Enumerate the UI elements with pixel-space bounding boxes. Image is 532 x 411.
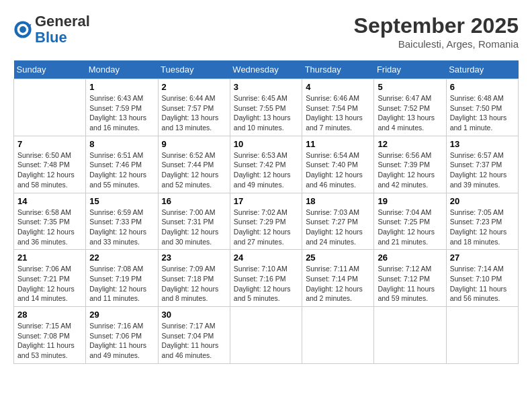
day-cell: 13Sunrise: 6:57 AM Sunset: 7:37 PM Dayli… <box>446 136 518 193</box>
day-cell: 27Sunrise: 7:14 AM Sunset: 7:10 PM Dayli… <box>446 250 518 307</box>
day-cell: 30Sunrise: 7:17 AM Sunset: 7:04 PM Dayli… <box>158 307 230 364</box>
day-info: Sunrise: 6:50 AM Sunset: 7:48 PM Dayligh… <box>17 150 82 190</box>
day-info: Sunrise: 7:06 AM Sunset: 7:21 PM Dayligh… <box>17 264 82 304</box>
day-cell: 22Sunrise: 7:08 AM Sunset: 7:19 PM Dayli… <box>86 250 158 307</box>
day-info: Sunrise: 7:00 AM Sunset: 7:31 PM Dayligh… <box>162 208 226 247</box>
day-cell: 4Sunrise: 6:46 AM Sunset: 7:54 PM Daylig… <box>302 79 374 136</box>
svg-point-2 <box>19 26 26 33</box>
day-info: Sunrise: 7:10 AM Sunset: 7:16 PM Dayligh… <box>234 264 298 304</box>
day-info: Sunrise: 7:09 AM Sunset: 7:18 PM Dayligh… <box>162 264 226 304</box>
day-cell: 24Sunrise: 7:10 AM Sunset: 7:16 PM Dayli… <box>230 250 302 307</box>
day-number: 29 <box>89 310 154 320</box>
header-cell-monday: Monday <box>86 60 158 79</box>
day-number: 2 <box>162 82 226 92</box>
day-number: 20 <box>450 196 515 206</box>
logo-text: General Blue <box>35 13 90 46</box>
day-cell: 20Sunrise: 7:05 AM Sunset: 7:23 PM Dayli… <box>446 193 518 250</box>
day-info: Sunrise: 7:04 AM Sunset: 7:25 PM Dayligh… <box>378 208 442 247</box>
day-info: Sunrise: 6:43 AM Sunset: 7:59 PM Dayligh… <box>89 93 154 133</box>
calendar-header: SundayMondayTuesdayWednesdayThursdayFrid… <box>14 60 519 79</box>
day-number: 28 <box>17 310 82 320</box>
logo-blue-text: Blue <box>35 30 90 46</box>
day-cell: 14Sunrise: 6:58 AM Sunset: 7:35 PM Dayli… <box>14 193 86 250</box>
day-number: 8 <box>89 139 154 149</box>
day-cell: 25Sunrise: 7:11 AM Sunset: 7:14 PM Dayli… <box>302 250 374 307</box>
day-number: 23 <box>162 253 226 263</box>
day-cell: 7Sunrise: 6:50 AM Sunset: 7:48 PM Daylig… <box>14 136 86 193</box>
day-number: 1 <box>89 82 154 92</box>
day-cell: 21Sunrise: 7:06 AM Sunset: 7:21 PM Dayli… <box>14 250 86 307</box>
day-info: Sunrise: 6:47 AM Sunset: 7:52 PM Dayligh… <box>378 93 442 133</box>
calendar-body: 1Sunrise: 6:43 AM Sunset: 7:59 PM Daylig… <box>14 79 519 364</box>
day-cell: 18Sunrise: 7:03 AM Sunset: 7:27 PM Dayli… <box>302 193 374 250</box>
week-row-5: 28Sunrise: 7:15 AM Sunset: 7:08 PM Dayli… <box>14 307 519 364</box>
day-info: Sunrise: 6:44 AM Sunset: 7:57 PM Dayligh… <box>162 93 226 133</box>
day-info: Sunrise: 7:16 AM Sunset: 7:06 PM Dayligh… <box>89 321 154 361</box>
day-cell: 11Sunrise: 6:54 AM Sunset: 7:40 PM Dayli… <box>302 136 374 193</box>
day-info: Sunrise: 7:12 AM Sunset: 7:12 PM Dayligh… <box>378 264 442 304</box>
day-number: 21 <box>17 253 82 263</box>
day-number: 18 <box>306 196 370 206</box>
day-cell: 5Sunrise: 6:47 AM Sunset: 7:52 PM Daylig… <box>374 79 446 136</box>
logo: General Blue <box>13 13 90 46</box>
day-cell <box>374 307 446 364</box>
day-number: 27 <box>450 253 515 263</box>
day-number: 11 <box>306 139 370 149</box>
week-row-1: 1Sunrise: 6:43 AM Sunset: 7:59 PM Daylig… <box>14 79 519 136</box>
day-number: 15 <box>89 196 154 206</box>
month-title: September 2025 <box>354 13 519 38</box>
header-cell-sunday: Sunday <box>14 60 86 79</box>
header-cell-thursday: Thursday <box>302 60 374 79</box>
header-cell-tuesday: Tuesday <box>158 60 230 79</box>
day-cell: 19Sunrise: 7:04 AM Sunset: 7:25 PM Dayli… <box>374 193 446 250</box>
day-info: Sunrise: 6:45 AM Sunset: 7:55 PM Dayligh… <box>234 93 298 133</box>
day-info: Sunrise: 6:46 AM Sunset: 7:54 PM Dayligh… <box>306 93 370 133</box>
day-number: 30 <box>162 310 226 320</box>
day-info: Sunrise: 6:58 AM Sunset: 7:35 PM Dayligh… <box>17 208 82 247</box>
logo-icon <box>13 20 32 39</box>
header-row: SundayMondayTuesdayWednesdayThursdayFrid… <box>14 60 519 79</box>
location: Baiculesti, Arges, Romania <box>354 38 519 50</box>
day-cell: 2Sunrise: 6:44 AM Sunset: 7:57 PM Daylig… <box>158 79 230 136</box>
title-block: September 2025 Baiculesti, Arges, Romani… <box>354 13 519 50</box>
day-info: Sunrise: 7:15 AM Sunset: 7:08 PM Dayligh… <box>17 321 82 361</box>
day-cell <box>446 307 518 364</box>
day-info: Sunrise: 7:17 AM Sunset: 7:04 PM Dayligh… <box>162 321 226 361</box>
day-info: Sunrise: 7:08 AM Sunset: 7:19 PM Dayligh… <box>89 264 154 304</box>
day-number: 17 <box>234 196 298 206</box>
day-cell: 8Sunrise: 6:51 AM Sunset: 7:46 PM Daylig… <box>86 136 158 193</box>
header-cell-wednesday: Wednesday <box>230 60 302 79</box>
day-cell: 26Sunrise: 7:12 AM Sunset: 7:12 PM Dayli… <box>374 250 446 307</box>
day-number: 25 <box>306 253 370 263</box>
day-info: Sunrise: 7:05 AM Sunset: 7:23 PM Dayligh… <box>450 208 515 247</box>
day-number: 10 <box>234 139 298 149</box>
day-info: Sunrise: 6:57 AM Sunset: 7:37 PM Dayligh… <box>450 150 515 190</box>
day-number: 4 <box>306 82 370 92</box>
day-info: Sunrise: 6:48 AM Sunset: 7:50 PM Dayligh… <box>450 93 515 133</box>
day-cell: 17Sunrise: 7:02 AM Sunset: 7:29 PM Dayli… <box>230 193 302 250</box>
day-number: 5 <box>378 82 442 92</box>
day-cell: 15Sunrise: 6:59 AM Sunset: 7:33 PM Dayli… <box>86 193 158 250</box>
day-number: 14 <box>17 196 82 206</box>
day-number: 12 <box>378 139 442 149</box>
day-info: Sunrise: 6:56 AM Sunset: 7:39 PM Dayligh… <box>378 150 442 190</box>
day-cell: 29Sunrise: 7:16 AM Sunset: 7:06 PM Dayli… <box>86 307 158 364</box>
day-cell: 10Sunrise: 6:53 AM Sunset: 7:42 PM Dayli… <box>230 136 302 193</box>
day-cell <box>230 307 302 364</box>
week-row-4: 21Sunrise: 7:06 AM Sunset: 7:21 PM Dayli… <box>14 250 519 307</box>
day-info: Sunrise: 7:14 AM Sunset: 7:10 PM Dayligh… <box>450 264 515 304</box>
header-cell-saturday: Saturday <box>446 60 518 79</box>
day-info: Sunrise: 7:03 AM Sunset: 7:27 PM Dayligh… <box>306 208 370 247</box>
day-number: 22 <box>89 253 154 263</box>
day-info: Sunrise: 6:54 AM Sunset: 7:40 PM Dayligh… <box>306 150 370 190</box>
calendar-table: SundayMondayTuesdayWednesdayThursdayFrid… <box>13 60 519 364</box>
day-number: 19 <box>378 196 442 206</box>
day-number: 24 <box>234 253 298 263</box>
day-cell <box>302 307 374 364</box>
day-info: Sunrise: 6:59 AM Sunset: 7:33 PM Dayligh… <box>89 208 154 247</box>
day-number: 16 <box>162 196 226 206</box>
day-cell: 23Sunrise: 7:09 AM Sunset: 7:18 PM Dayli… <box>158 250 230 307</box>
week-row-3: 14Sunrise: 6:58 AM Sunset: 7:35 PM Dayli… <box>14 193 519 250</box>
day-cell <box>14 79 86 136</box>
day-cell: 1Sunrise: 6:43 AM Sunset: 7:59 PM Daylig… <box>86 79 158 136</box>
